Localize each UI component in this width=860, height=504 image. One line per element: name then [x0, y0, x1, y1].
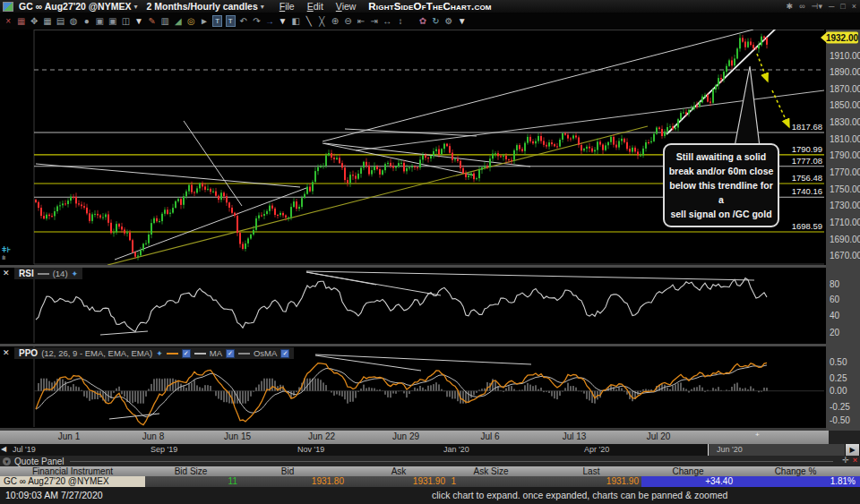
rsi-title: RSI [19, 269, 34, 278]
menu-file[interactable]: File [280, 1, 295, 12]
rsi-params: (14) [53, 269, 68, 278]
svg-text:1698.59: 1698.59 [792, 221, 822, 231]
svg-text:1932.00: 1932.00 [826, 33, 859, 43]
rsi-settings-icon[interactable]: ✦ [72, 269, 79, 278]
time-tick-label: Jun 1 [58, 431, 80, 441]
image-icon[interactable]: ▣ [95, 14, 105, 28]
axis-corner [829, 431, 860, 444]
brand-watermark: RightSideOfTheChart.com [368, 0, 491, 13]
scroll-back-icon[interactable]: ◀ [1, 445, 6, 453]
svg-text:60: 60 [830, 295, 840, 304]
chart-style-icon[interactable]: ◧ [291, 14, 301, 28]
clock-timestamp: 10:09:03 AM 7/27/2020 [5, 490, 103, 500]
ask-size-value: 1 [451, 476, 456, 487]
restore-icon[interactable]: □ [840, 2, 845, 11]
svg-text:1790.99: 1790.99 [792, 144, 822, 154]
zoom-out-icon[interactable]: ⊖ [343, 14, 353, 28]
timeframe-dropdown-icon[interactable]: ▾ [261, 3, 264, 11]
collapse-icon[interactable]: ▾ [3, 457, 11, 466]
pin-icon[interactable]: ⊣▾ [812, 2, 822, 11]
forward-arrow-icon[interactable]: → [264, 14, 274, 28]
text-note-icon[interactable]: T [212, 15, 222, 27]
image-alt-icon[interactable]: ▣ [108, 14, 117, 28]
osma-line-sample [238, 353, 250, 355]
timeline-label: Jan '20 [443, 445, 469, 454]
scroll-forward-icon[interactable]: ▶ [846, 444, 859, 456]
expand-width-icon[interactable]: ↔ [383, 14, 392, 28]
time-tick-label: Jul 20 [647, 431, 671, 441]
rsi-indicator-pane[interactable]: 80604020 [0, 265, 860, 344]
annotation-line: below this trendline for a [666, 178, 776, 207]
volume-bars-icon[interactable]: ▥ [160, 14, 170, 28]
dropdown-icon[interactable]: ▼ [134, 14, 144, 28]
undo-icon[interactable]: ↶ [238, 14, 248, 28]
trend-line-icon[interactable]: ╲ [304, 14, 314, 28]
close-icon[interactable]: × [852, 2, 856, 11]
cursor-icon[interactable]: ► [200, 14, 210, 28]
ma-line-sample [194, 353, 206, 355]
rsi-close-icon[interactable]: ✕ [3, 269, 10, 278]
quote-panel-icons: ✛ × [842, 456, 857, 465]
dropdown-tools-icon[interactable]: ▼ [457, 14, 467, 28]
expand-height-icon[interactable]: ↕ [395, 14, 405, 28]
expand-right-icon[interactable]: ⇥ [369, 14, 379, 28]
time-tick-label: Jun 29 [392, 431, 419, 441]
symbol-selector[interactable]: GC ∞ Aug27'20 @NYMEX [19, 1, 131, 12]
expand-left-icon[interactable]: ⇤ [357, 14, 366, 28]
grid-icon[interactable]: ▦ [42, 14, 52, 28]
minimize-icon[interactable]: ─ [829, 2, 834, 11]
ellipse-icon[interactable]: ● [82, 14, 91, 28]
time-axis[interactable]: +Jun 1Jun 8Jun 15Jun 22Jun 29Jul 6Jul 13… [0, 431, 829, 444]
ppo-title: PPO [19, 348, 38, 358]
drawing-toolbar: ×▦✥▦▤◍●▣▣◫▼✎▥◢◎►TT↶↷→▼◧╲╳⊕⊖⇤⇥↔↕✿↻⚙▼ [0, 13, 860, 30]
instrument-cell[interactable]: GC ∞ Aug27'20 @NYMEX [0, 476, 145, 487]
close-chart-icon[interactable]: × [4, 14, 13, 28]
refresh-icon[interactable]: ↻ [431, 14, 441, 28]
text-note-alt-icon[interactable]: T [226, 15, 236, 27]
svg-text:1756.48: 1756.48 [792, 173, 822, 183]
annotation-line: break and/or 60m close [666, 164, 776, 178]
print-icon[interactable]: ▤ [56, 14, 65, 28]
multi-line-icon[interactable]: ╳ [317, 14, 327, 28]
redo-icon[interactable]: ↷ [252, 14, 262, 28]
detach-icon[interactable]: ✛ [842, 456, 849, 465]
mini-volume-icon: ılıı [2, 254, 4, 261]
history-scrollbar[interactable]: ◀ ▶ Jul '19Sep '19Nov '19Jan '20Apr '20J… [0, 444, 860, 456]
timeframe-selector[interactable]: 2 Months/Hourly candles [146, 1, 257, 12]
ppo-checkbox[interactable]: ✓ [182, 349, 191, 358]
settings-icon[interactable]: ✱ [787, 2, 794, 11]
annotation-line: Still awaiting a solid [666, 149, 776, 164]
ma-checkbox[interactable]: ✓ [226, 349, 235, 358]
zoom-in-icon[interactable]: ⊕ [330, 14, 340, 28]
osma-checkbox[interactable]: ✓ [280, 349, 289, 358]
menu-view[interactable]: View [336, 1, 357, 12]
wrench-icon[interactable]: ⚙ [444, 14, 454, 28]
dropdown-alt-icon[interactable]: ▼ [278, 14, 288, 28]
timeline-label: Apr '20 [584, 445, 609, 454]
svg-text:1770.00: 1770.00 [830, 167, 860, 177]
snap-grid-icon[interactable]: ▦ [16, 14, 26, 28]
ppo-settings-icon[interactable]: ✦ [156, 349, 163, 358]
col-financial-instrument: Financial Instrument [32, 466, 113, 476]
timeline-label: Jun '20 [717, 445, 743, 454]
ppo-close-icon[interactable]: ✕ [3, 348, 10, 357]
ppo-params: (12, 26, 9 - EMA, EMA, EMA) [41, 348, 152, 358]
menu-edit[interactable]: Edit [307, 1, 323, 12]
quote-panel-title: Quote Panel [14, 457, 64, 466]
paint-icon[interactable]: ◍ [69, 14, 79, 28]
time-tick-label: Jul 13 [563, 431, 587, 441]
area-chart-icon[interactable]: ◢ [173, 14, 183, 28]
quote-row[interactable]: GC ∞ Aug27'20 @NYMEX 11 1931.80 1931.90 … [0, 476, 860, 487]
time-tick-label: Jun 8 [142, 431, 164, 441]
ppo-pane-header: PPO (12, 26, 9 - EMA, EMA, EMA) ✦ ✓ MA ✓… [14, 347, 294, 359]
draw-pencil-icon[interactable]: ✎ [147, 14, 157, 28]
time-tick-label: Jun 22 [308, 431, 335, 441]
svg-text:1777.08: 1777.08 [792, 156, 822, 166]
layout-icon[interactable]: ◫ [121, 14, 131, 28]
symbol-dropdown-icon[interactable]: ▾ [133, 3, 137, 11]
quote-close-icon[interactable]: × [853, 456, 857, 465]
pan-hand-icon[interactable]: ✥ [30, 14, 39, 28]
style-flower-icon[interactable]: ✿ [417, 14, 427, 28]
target-icon[interactable]: ◎ [186, 14, 196, 28]
link-icon[interactable]: ∞ [799, 2, 804, 11]
